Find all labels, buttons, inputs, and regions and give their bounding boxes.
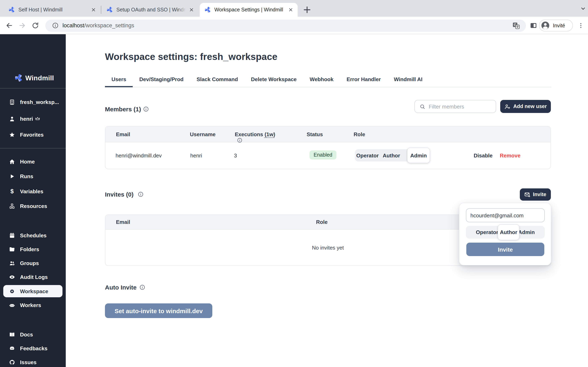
col-executions: Executions (1w) bbox=[235, 131, 275, 143]
browser-tab-3-active[interactable]: Workspace Settings | Windmill bbox=[200, 3, 298, 17]
sidebar-item-audit-logs[interactable]: Audit Logs bbox=[0, 272, 66, 282]
tab-dev-staging-prod[interactable]: Dev/Staging/Prod bbox=[133, 76, 190, 87]
info-icon[interactable] bbox=[143, 106, 149, 112]
member-executions: 3 bbox=[234, 152, 237, 159]
sidebar-item-home[interactable]: Home bbox=[0, 156, 66, 167]
group-icon bbox=[9, 260, 15, 266]
disable-button[interactable]: Disable bbox=[474, 152, 493, 159]
invite-popup: Operator Admin Author Invite bbox=[459, 203, 551, 266]
tab-slack-command[interactable]: Slack Command bbox=[190, 76, 244, 87]
site-info-icon[interactable] bbox=[52, 22, 59, 29]
browser-toolbar: localhost/workspace_settings Invité bbox=[0, 17, 588, 34]
info-icon[interactable] bbox=[139, 284, 145, 290]
role-operator[interactable]: Operator bbox=[355, 152, 380, 158]
windmill-favicon bbox=[9, 7, 15, 13]
role-toggle-group: Operator Author Admin bbox=[355, 149, 430, 161]
role-operator[interactable]: Operator bbox=[476, 229, 498, 235]
sidebar-item-groups[interactable]: Groups bbox=[0, 258, 66, 268]
address-bar[interactable]: localhost/workspace_settings bbox=[45, 20, 526, 32]
role-admin-selected[interactable]: Admin bbox=[407, 148, 430, 163]
nav-label: Folders bbox=[20, 246, 39, 252]
members-heading: Members (1) bbox=[105, 106, 141, 113]
new-tab-icon[interactable] bbox=[302, 4, 312, 15]
windmill-favicon bbox=[107, 7, 113, 13]
members-table: Email Username Executions (1w) Status Ro… bbox=[105, 126, 551, 169]
translate-icon[interactable] bbox=[512, 22, 520, 30]
auto-invite-heading: Auto Invite bbox=[105, 284, 137, 291]
sidebar-item-docs[interactable]: Docs bbox=[0, 329, 66, 340]
back-icon[interactable] bbox=[5, 22, 13, 29]
sidebar-item-variables[interactable]: $ Variables bbox=[0, 186, 66, 197]
add-new-user-button[interactable]: Add new user bbox=[500, 100, 551, 113]
sidebar-item-runs[interactable]: Runs bbox=[0, 171, 66, 182]
col-username: Username bbox=[190, 131, 216, 137]
nav-label: Schedules bbox=[20, 232, 47, 238]
book-icon bbox=[9, 331, 15, 337]
sidebar-item-issues[interactable]: Issues bbox=[0, 357, 66, 367]
reload-icon[interactable] bbox=[31, 22, 39, 29]
robot-icon bbox=[9, 302, 15, 308]
invite-submit-button[interactable]: Invite bbox=[466, 243, 544, 256]
sidebar-item-resources[interactable]: Resources bbox=[0, 201, 66, 211]
windmill-brand[interactable]: Windmill bbox=[15, 74, 54, 82]
user-name: henri bbox=[20, 116, 33, 122]
nav-label: Home bbox=[20, 158, 35, 165]
tab-users[interactable]: Users bbox=[105, 76, 133, 87]
sidebar-item-workspace-active[interactable]: Workspace bbox=[3, 285, 62, 297]
invite-role-toggle-group: Operator Admin Author bbox=[466, 226, 545, 239]
profile-chip[interactable]: Invité bbox=[539, 20, 573, 31]
forward-icon[interactable] bbox=[18, 22, 26, 29]
browser-tab-2[interactable]: Setup OAuth and SSO | Windm bbox=[102, 3, 199, 17]
settings-tabs: Users Dev/Staging/Prod Slack Command Del… bbox=[105, 76, 551, 87]
star-icon bbox=[9, 132, 15, 138]
add-new-user-label: Add new user bbox=[513, 104, 547, 109]
role-admin[interactable]: Admin bbox=[518, 229, 535, 235]
members-table-header: Email Username Executions (1w) Status Ro… bbox=[105, 126, 550, 142]
nav-label: Docs bbox=[20, 331, 33, 337]
nav-label: Groups bbox=[20, 260, 39, 266]
close-icon[interactable] bbox=[189, 7, 194, 13]
close-icon[interactable] bbox=[91, 7, 96, 13]
sidebar-item-workspace-switcher[interactable]: fresh_worksp... bbox=[0, 97, 66, 107]
col-role: Role bbox=[354, 131, 365, 137]
invite-email-input[interactable] bbox=[466, 208, 545, 222]
close-icon[interactable] bbox=[288, 7, 294, 13]
remove-button[interactable]: Remove bbox=[500, 152, 520, 159]
role-author-selected[interactable]: Author bbox=[498, 224, 519, 240]
tab-webhook[interactable]: Webhook bbox=[303, 76, 340, 87]
brand-wordmark: Windmill bbox=[25, 74, 54, 82]
side-panel-icon[interactable] bbox=[530, 22, 537, 29]
tab-search-chevron-icon[interactable] bbox=[580, 5, 586, 12]
mail-plus-icon bbox=[524, 192, 530, 198]
home-icon bbox=[9, 158, 15, 165]
sidebar-item-schedules[interactable]: Schedules bbox=[0, 230, 66, 241]
browser-menu-icon[interactable] bbox=[577, 22, 584, 29]
sidebar-item-favorites[interactable]: Favorites bbox=[0, 129, 66, 140]
invite-button[interactable]: Invite bbox=[520, 188, 551, 201]
tab-delete-workspace[interactable]: Delete Workspace bbox=[244, 76, 303, 87]
info-icon[interactable] bbox=[138, 191, 144, 197]
eye-icon bbox=[9, 274, 15, 280]
search-icon bbox=[419, 104, 425, 110]
filter-members-box bbox=[415, 100, 496, 113]
role-author[interactable]: Author bbox=[380, 152, 403, 158]
sidebar-item-workers[interactable]: Workers bbox=[0, 300, 66, 310]
sidebar-item-user-menu[interactable]: henri bbox=[0, 113, 66, 124]
user-plus-icon bbox=[504, 103, 510, 109]
filter-members-input[interactable] bbox=[429, 100, 494, 113]
building-icon bbox=[9, 99, 15, 105]
browser-tab-strip: Self Host | Windmill Setup OAuth and SSO… bbox=[0, 0, 588, 17]
folder-icon bbox=[9, 246, 15, 252]
calendar-icon bbox=[9, 232, 15, 238]
sidebar-item-folders[interactable]: Folders bbox=[0, 244, 66, 254]
tab-windmill-ai[interactable]: Windmill AI bbox=[387, 76, 429, 87]
tab-title: Workspace Settings | Windmill bbox=[214, 7, 285, 13]
auto-invite-button[interactable]: Set auto-invite to windmill.dev bbox=[105, 303, 212, 318]
dollar-icon: $ bbox=[9, 188, 15, 194]
url-path: /workspace_settings bbox=[84, 22, 134, 29]
sidebar-item-feedbacks[interactable]: Feedbacks bbox=[0, 343, 66, 354]
tab-error-handler[interactable]: Error Handler bbox=[340, 76, 387, 87]
browser-tab-1[interactable]: Self Host | Windmill bbox=[4, 3, 100, 17]
col-role: Role bbox=[316, 219, 328, 225]
nav-label: Workers bbox=[20, 302, 41, 308]
